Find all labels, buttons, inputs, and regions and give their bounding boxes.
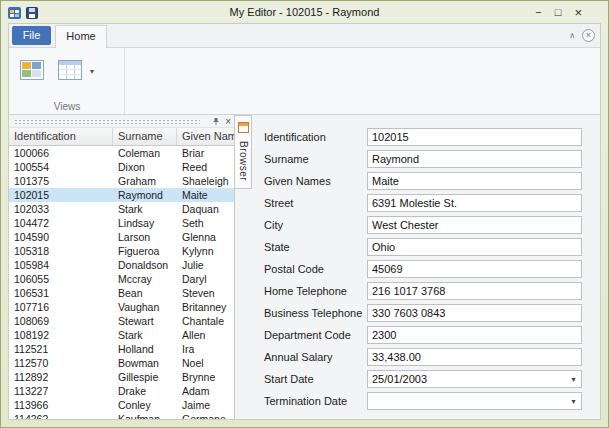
table-row[interactable]: 102015 Raymond Maite xyxy=(9,188,234,202)
browser-tab-icon xyxy=(238,119,249,137)
window-title: My Editor - 102015 - Raymond xyxy=(1,1,608,23)
table-row[interactable]: 112521 Holland Ira xyxy=(9,342,234,356)
field-input[interactable] xyxy=(368,239,581,255)
cell-given-names: Seth xyxy=(177,216,234,230)
panel-drag-handle[interactable]: × xyxy=(9,115,234,128)
ribbon-close-icon[interactable]: × xyxy=(582,29,595,42)
text-editor xyxy=(367,238,582,256)
tab-home[interactable]: Home xyxy=(55,25,107,48)
close-button[interactable]: × xyxy=(574,6,582,19)
field-input[interactable] xyxy=(368,173,581,189)
employees-grid-panel: × Identification Surname Given Names 100… xyxy=(9,115,235,419)
field-label: Postal Code xyxy=(264,263,367,275)
form-field-row: State xyxy=(264,238,582,256)
text-editor xyxy=(367,172,582,190)
views-dropdown-icon[interactable]: ▾ xyxy=(90,67,94,76)
field-input[interactable] xyxy=(368,217,581,233)
table-view-button[interactable] xyxy=(52,54,88,96)
file-menu-button[interactable]: File xyxy=(12,26,51,45)
column-header-surname[interactable]: Surname xyxy=(113,128,177,145)
field-label: Start Date xyxy=(264,373,367,385)
form-field-row: Home Telephone xyxy=(264,282,582,300)
table-view-icon xyxy=(57,59,83,81)
ribbon-group-views: ▾ Views xyxy=(10,48,125,114)
field-input[interactable] xyxy=(368,393,566,409)
cell-surname: Mccray xyxy=(113,272,177,286)
text-editor xyxy=(367,304,582,322)
field-input[interactable] xyxy=(368,327,581,343)
text-editor: ▾ xyxy=(367,392,582,410)
table-row[interactable]: 113227 Drake Adam xyxy=(9,384,234,398)
cell-given-names: Chantale xyxy=(177,314,234,328)
cell-given-names: Allen xyxy=(177,328,234,342)
cell-surname: Stark xyxy=(113,328,177,342)
cell-identification: 114262 xyxy=(9,412,113,419)
cell-surname: Stewart xyxy=(113,314,177,328)
table-row[interactable]: 102033 Stark Daquan xyxy=(9,202,234,216)
table-row[interactable]: 112892 Gillespie Brynne xyxy=(9,370,234,384)
field-input[interactable] xyxy=(368,305,581,321)
table-row[interactable]: 105318 Figueroa Kylynn xyxy=(9,244,234,258)
table-row[interactable]: 114262 Kaufman Germane xyxy=(9,412,234,419)
text-editor xyxy=(367,150,582,168)
field-input[interactable] xyxy=(368,195,581,211)
form-field-row: Street xyxy=(264,194,582,212)
cell-identification: 102033 xyxy=(9,202,113,216)
table-row[interactable]: 101375 Graham Shaeleigh xyxy=(9,174,234,188)
table-row[interactable]: 113966 Conley Jaime xyxy=(9,398,234,412)
dropdown-arrow-icon[interactable]: ▾ xyxy=(566,393,581,409)
field-input[interactable] xyxy=(368,129,581,145)
cell-identification: 104590 xyxy=(9,230,113,244)
cell-surname: Bean xyxy=(113,286,177,300)
dropdown-arrow-icon[interactable]: ▾ xyxy=(566,371,581,387)
field-label: State xyxy=(264,241,367,253)
table-row[interactable]: 104590 Larson Glenna xyxy=(9,230,234,244)
table-row[interactable]: 106055 Mccray Daryl xyxy=(9,272,234,286)
save-icon[interactable] xyxy=(26,5,38,23)
layout-view-button[interactable] xyxy=(14,54,50,96)
cell-given-names: Britanney xyxy=(177,300,234,314)
grid-body: 100066 Coleman Briar 100554 Dixon Reed 1… xyxy=(9,146,234,419)
ribbon-collapse-icon[interactable]: ∧ xyxy=(569,31,575,40)
field-label: Surname xyxy=(264,153,367,165)
form-field-row: Postal Code xyxy=(264,260,582,278)
column-header-identification[interactable]: Identification xyxy=(9,128,113,145)
maximize-button[interactable]: □ xyxy=(555,7,562,18)
table-row[interactable]: 104472 Lindsay Seth xyxy=(9,216,234,230)
column-header-given-names[interactable]: Given Names xyxy=(177,128,234,145)
table-row[interactable]: 100554 Dixon Reed xyxy=(9,160,234,174)
field-input[interactable] xyxy=(368,151,581,167)
titlebar[interactable]: My Editor - 102015 - Raymond − □ × xyxy=(1,1,608,23)
table-row[interactable]: 105984 Donaldson Julie xyxy=(9,258,234,272)
text-editor xyxy=(367,216,582,234)
cell-given-names: Reed xyxy=(177,160,234,174)
field-input[interactable] xyxy=(368,371,566,387)
dock-tab-strip: Browser xyxy=(235,115,252,419)
cell-identification: 106055 xyxy=(9,272,113,286)
window-controls: − □ × xyxy=(535,1,582,23)
field-input[interactable] xyxy=(368,349,581,365)
table-row[interactable]: 112570 Bowman Noel xyxy=(9,356,234,370)
table-row[interactable]: 100066 Coleman Briar xyxy=(9,146,234,160)
text-editor xyxy=(367,326,582,344)
cell-surname: Raymond xyxy=(113,188,177,202)
cell-given-names: Daryl xyxy=(177,272,234,286)
field-input[interactable] xyxy=(368,283,581,299)
table-row[interactable]: 106531 Bean Steven xyxy=(9,286,234,300)
detail-form: Identification Surname Given Names xyxy=(252,115,600,419)
cell-given-names: Kylynn xyxy=(177,244,234,258)
table-row[interactable]: 108069 Stewart Chantale xyxy=(9,314,234,328)
field-input[interactable] xyxy=(368,261,581,277)
table-row[interactable]: 107716 Vaughan Britanney xyxy=(9,300,234,314)
minimize-button[interactable]: − xyxy=(535,7,541,18)
cell-identification: 107716 xyxy=(9,300,113,314)
cell-surname: Bowman xyxy=(113,356,177,370)
panel-close-icon[interactable]: × xyxy=(225,117,231,127)
cell-surname: Drake xyxy=(113,384,177,398)
tab-browser[interactable]: Browser xyxy=(235,115,252,189)
cell-identification: 112892 xyxy=(9,370,113,384)
form-field-row: Annual Salary xyxy=(264,348,582,366)
field-label: City xyxy=(264,219,367,231)
cell-surname: Larson xyxy=(113,230,177,244)
table-row[interactable]: 108192 Stark Allen xyxy=(9,328,234,342)
